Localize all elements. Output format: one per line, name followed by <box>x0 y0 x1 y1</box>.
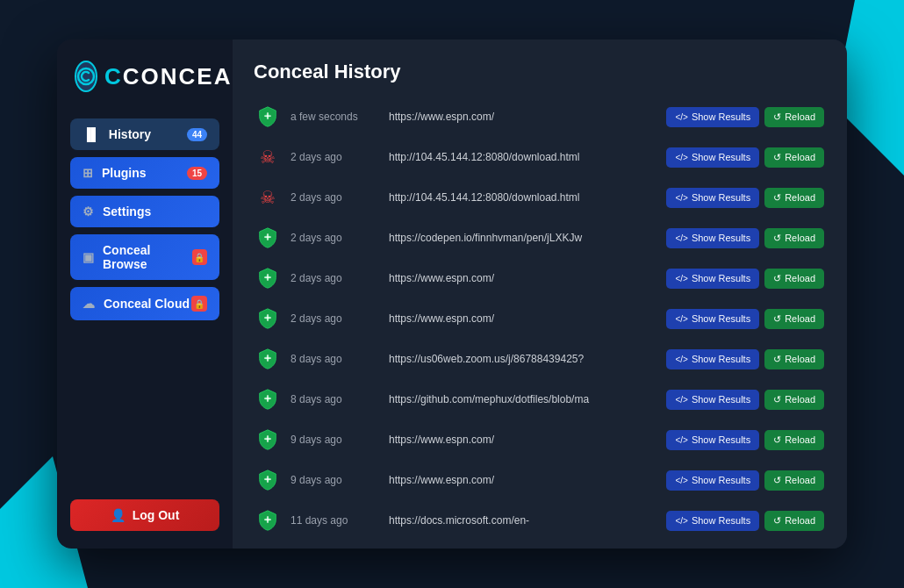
reload-button[interactable]: ↺ Reload <box>764 349 824 369</box>
main-content: Conceal History a few seconds https://ww… <box>233 39 847 549</box>
reload-icon: ↺ <box>773 475 781 486</box>
table-row: 2 days ago https://www.espn.com/ </> Sho… <box>247 259 833 298</box>
table-row: 2 days ago https://www.espn.com/ </> Sho… <box>247 299 833 338</box>
table-row: 2 days ago https://codepen.io/finnhvman/… <box>247 219 833 257</box>
shield-safe-icon <box>255 306 280 331</box>
reload-button[interactable]: ↺ Reload <box>764 188 824 208</box>
skull-threat-icon: ☠ <box>255 145 280 169</box>
sidebar-item-settings[interactable]: ⚙ Settings <box>70 196 219 227</box>
row-time: 2 days ago <box>291 151 378 163</box>
browse-lock-icon: 🔒 <box>192 249 207 265</box>
cloud-icon: ☁ <box>83 297 95 311</box>
reload-icon: ↺ <box>773 313 781 325</box>
show-results-button[interactable]: </> Show Results <box>666 147 759 168</box>
code-icon: </> <box>675 193 687 203</box>
show-results-button[interactable]: </> Show Results <box>666 228 759 248</box>
table-row: 8 days ago https://us06web.zoom.us/j/867… <box>247 340 833 378</box>
row-actions: </> Show Results ↺ Reload <box>666 188 824 208</box>
row-url: https://www.espn.com/ <box>389 474 656 486</box>
app-container: CCONCEAL ▐▌ History 44 ⊞ Plugins 15 <box>57 39 847 549</box>
row-url: https://www.espn.com/ <box>389 111 656 123</box>
row-time: 11 days ago <box>291 514 378 527</box>
reload-button[interactable]: ↺ Reload <box>764 309 824 329</box>
reload-button[interactable]: ↺ Reload <box>764 269 824 289</box>
show-results-button[interactable]: </> Show Results <box>666 188 759 208</box>
reload-button[interactable]: ↺ Reload <box>764 147 824 168</box>
row-time: 2 days ago <box>291 232 378 244</box>
show-results-button[interactable]: </> Show Results <box>666 269 759 289</box>
logo-icon <box>75 61 97 92</box>
row-url: https://github.com/mephux/dotfiles/blob/… <box>389 393 656 405</box>
row-url: https://www.espn.com/ <box>389 272 656 284</box>
code-icon: </> <box>675 153 687 162</box>
table-row: 8 days ago https://github.com/mephux/dot… <box>247 380 833 419</box>
reload-icon: ↺ <box>773 515 781 527</box>
row-time: 2 days ago <box>291 272 378 284</box>
row-url: https://us06web.zoom.us/j/86788439425? <box>389 353 656 365</box>
row-actions: </> Show Results ↺ Reload <box>666 470 824 491</box>
show-results-button[interactable]: </> Show Results <box>666 107 759 127</box>
shield-safe-icon <box>255 266 280 290</box>
logout-icon: 👤 <box>111 508 126 522</box>
svg-point-0 <box>78 68 94 84</box>
shield-safe-icon <box>255 508 280 533</box>
show-results-button[interactable]: </> Show Results <box>666 470 759 491</box>
reload-button[interactable]: ↺ Reload <box>764 228 824 248</box>
row-time: 8 days ago <box>291 353 378 365</box>
table-row: ☠ 2 days ago http://104.45.144.12:8080/d… <box>247 138 833 176</box>
nav-section: ▐▌ History 44 ⊞ Plugins 15 ⚙ Settings <box>57 110 233 499</box>
sidebar-item-conceal-cloud[interactable]: ☁ Conceal Cloud 🔒 <box>70 287 219 320</box>
shield-safe-icon <box>255 347 280 371</box>
history-table[interactable]: a few seconds https://www.espn.com/ </> … <box>233 97 847 549</box>
settings-label: Settings <box>103 204 151 219</box>
code-icon: </> <box>675 112 687 122</box>
plugins-badge: 15 <box>187 167 207 180</box>
reload-button[interactable]: ↺ Reload <box>764 430 824 450</box>
row-url: https://docs.microsoft.com/en- <box>389 514 656 527</box>
skull-threat-icon: ☠ <box>255 185 280 210</box>
logout-label: Log Out <box>133 508 180 522</box>
reload-icon: ↺ <box>773 233 781 244</box>
show-results-button[interactable]: </> Show Results <box>666 511 759 531</box>
row-url: https://www.espn.com/ <box>389 434 656 446</box>
plugins-icon: ⊞ <box>83 166 93 180</box>
shield-safe-icon <box>255 387 280 412</box>
cloud-label: Conceal Cloud <box>104 297 190 311</box>
code-icon: </> <box>675 476 687 485</box>
history-label: History <box>109 127 151 141</box>
row-actions: </> Show Results ↺ Reload <box>666 269 824 289</box>
reload-button[interactable]: ↺ Reload <box>764 470 824 491</box>
show-results-button[interactable]: </> Show Results <box>666 430 759 450</box>
show-results-button[interactable]: </> Show Results <box>666 390 759 410</box>
show-results-button[interactable]: </> Show Results <box>666 349 759 369</box>
reload-button[interactable]: ↺ Reload <box>764 390 824 410</box>
row-time: a few seconds <box>291 111 378 123</box>
reload-button[interactable]: ↺ Reload <box>764 107 824 127</box>
row-url: https://codepen.io/finnhvman/pen/jLXKJw <box>389 232 656 244</box>
sidebar-item-plugins[interactable]: ⊞ Plugins 15 <box>70 157 219 189</box>
row-actions: </> Show Results ↺ Reload <box>666 511 824 531</box>
history-icon: ▐▌ <box>83 127 100 141</box>
reload-button[interactable]: ↺ Reload <box>764 511 824 531</box>
reload-icon: ↺ <box>773 394 781 405</box>
row-url: https://www.espn.com/ <box>389 312 656 325</box>
sidebar-item-history[interactable]: ▐▌ History 44 <box>70 118 219 150</box>
sidebar-item-conceal-browse[interactable]: ▣ Conceal Browse 🔒 <box>70 234 219 280</box>
reload-icon: ↺ <box>773 152 781 163</box>
show-results-button[interactable]: </> Show Results <box>666 309 759 329</box>
reload-icon: ↺ <box>773 273 781 284</box>
code-icon: </> <box>675 395 687 405</box>
row-url: http://104.45.144.12:8080/download.html <box>389 191 656 204</box>
row-actions: </> Show Results ↺ Reload <box>666 228 824 248</box>
logout-button[interactable]: 👤 Log Out <box>70 499 219 531</box>
code-icon: </> <box>675 516 687 526</box>
app-title: CCONCEAL <box>104 63 248 90</box>
shield-safe-icon <box>255 104 280 129</box>
code-icon: </> <box>675 435 687 445</box>
row-time: 2 days ago <box>291 191 378 204</box>
sidebar: CCONCEAL ▐▌ History 44 ⊞ Plugins 15 <box>57 39 233 549</box>
shield-safe-icon <box>255 226 280 250</box>
reload-icon: ↺ <box>773 354 781 365</box>
reload-icon: ↺ <box>773 111 781 123</box>
row-actions: </> Show Results ↺ Reload <box>666 309 824 329</box>
